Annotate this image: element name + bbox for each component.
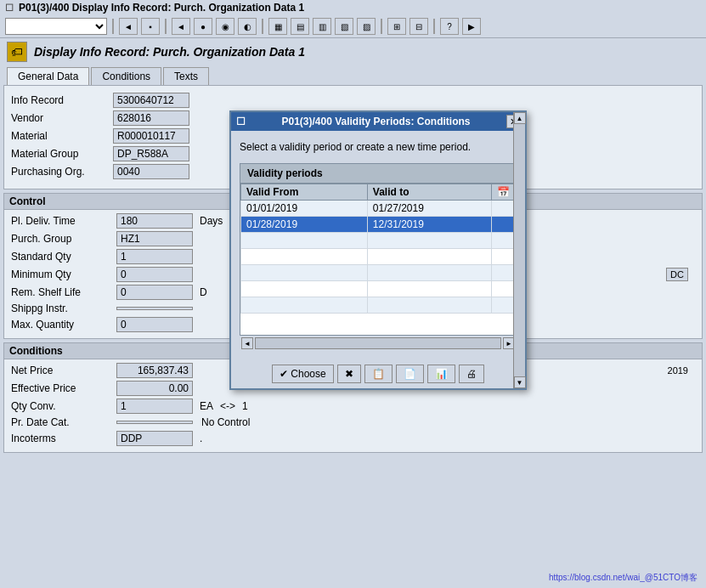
qty-conv-unit: EA: [200, 400, 213, 412]
incoterms-suffix: .: [200, 433, 202, 444]
purchasing-org-label: Purchasing Org.: [11, 166, 113, 178]
rem-shelf-life-label: Rem. Shelf Life: [11, 286, 113, 298]
vertical-scrollbar[interactable]: ▲ ▼: [513, 183, 517, 336]
col-header-calendar[interactable]: 📅: [492, 184, 516, 201]
toolbar-btn-6[interactable]: ▤: [291, 18, 309, 35]
toolbar-btn-3[interactable]: ◉: [216, 18, 234, 35]
purchasing-org-value: 0040: [113, 164, 189, 179]
material-group-value: DP_R588A: [113, 146, 189, 161]
pr-date-cat-value: [116, 421, 193, 424]
toolbar-btn-grid2[interactable]: ⊟: [409, 18, 428, 35]
toolbar-btn-last[interactable]: ▶: [462, 18, 481, 35]
table-row-empty-4: [241, 281, 516, 297]
toolbar-dropdown[interactable]: [5, 18, 107, 35]
toolbar-btn-7[interactable]: ▥: [313, 18, 331, 35]
page-wrapper: ☐ P01(3)/400 Display Info Record: Purch.…: [0, 0, 706, 588]
toolbar-separator: [112, 19, 114, 34]
table-row-empty-1: [241, 233, 516, 249]
info-record-value: 5300640712: [113, 93, 189, 108]
effective-price-label: Effective Price: [11, 382, 113, 394]
row1-action: [492, 201, 516, 217]
toolbar-btn-1[interactable]: ◄: [172, 18, 190, 35]
year-value: 2019: [668, 365, 688, 376]
rem-shelf-life-value: 0: [116, 285, 193, 300]
tab-conditions[interactable]: Conditions: [91, 67, 161, 85]
tab-texts[interactable]: Texts: [163, 67, 209, 85]
material-label: Material: [11, 130, 113, 142]
watermark: https://blog.csdn.net/wai_@51CTO博客: [549, 572, 698, 584]
title-bar-icon: ☐: [5, 3, 14, 14]
minimum-qty-label: Minimum Qty: [11, 269, 113, 280]
valid-to-2: 12/31/2019: [367, 217, 491, 233]
table-row[interactable]: 01/01/2019 01/27/2019: [241, 201, 516, 217]
print-icon: 🖨: [466, 368, 477, 380]
pl-deliv-time-label: Pl. Deliv. Time: [11, 215, 113, 227]
incoterms-label: Incoterms: [11, 433, 113, 444]
toolbar-btn-4[interactable]: ◐: [238, 18, 257, 35]
dialog-description-text: Select a validity period or create a new…: [240, 141, 471, 153]
qty-conv-label: Qty Conv.: [11, 400, 113, 412]
toolbar-btn-help[interactable]: ?: [440, 18, 459, 35]
scroll-left-btn[interactable]: ◄: [241, 337, 253, 349]
toolbar-btn-5[interactable]: ▦: [268, 18, 287, 35]
dialog-body: Select a validity period or create a new…: [231, 131, 525, 359]
toolbar-separator-5: [433, 19, 435, 34]
effective-price-value: 0.00: [116, 381, 193, 396]
toolbar-nav-forward[interactable]: ▪: [141, 18, 160, 35]
row2-action: [492, 217, 516, 233]
shippg-instr-label: Shippg Instr.: [11, 302, 113, 314]
valid-to-1: 01/27/2019: [367, 201, 491, 217]
toolbar-nav-back[interactable]: ◄: [119, 18, 138, 35]
valid-from-2: 01/28/2019: [241, 217, 368, 233]
cancel-icon: ✖: [345, 368, 353, 380]
dialog-description: Select a validity period or create a new…: [240, 139, 517, 155]
validity-periods-dialog: ☐ P01(3)/400 Validity Periods: Condition…: [229, 110, 527, 390]
title-bar: ☐ P01(3)/400 Display Info Record: Purch.…: [0, 0, 706, 15]
col-header-valid-to: Valid to: [367, 184, 491, 201]
standard-qty-label: Standard Qty: [11, 251, 113, 263]
toolbar-btn-9[interactable]: ▨: [357, 18, 376, 35]
choose-button[interactable]: ✔ Choose: [272, 365, 333, 383]
toolbar: ◄ ▪ ◄ ● ◉ ◐ ▦ ▤ ▥ ▧ ▨ ⊞ ⊟ ? ▶: [0, 15, 706, 38]
app-header-icon: 🏷: [7, 42, 27, 62]
valid-from-1: 01/01/2019: [241, 201, 368, 217]
shippg-instr-value: [116, 307, 193, 310]
purch-group-value: HZ1: [116, 231, 193, 246]
copy-button[interactable]: 📋: [364, 365, 393, 383]
max-qty-value: 0: [116, 317, 193, 332]
paste-button[interactable]: 📄: [396, 365, 424, 383]
copy-icon: 📋: [372, 368, 385, 380]
material-group-label: Material Group: [11, 148, 113, 160]
toolbar-btn-2[interactable]: ●: [194, 18, 212, 35]
app-header: 🏷 Display Info Record: Purch. Organizati…: [0, 38, 706, 65]
vendor-value: 628016: [113, 110, 189, 126]
choose-label: Choose: [291, 368, 325, 380]
qty-conv-value: 1: [116, 399, 193, 414]
pl-deliv-time-value: 180: [116, 213, 193, 229]
table-row[interactable]: 01/28/2019 12/31/2019: [241, 217, 516, 233]
pr-date-cat-label: Pr. Date Cat.: [11, 416, 113, 428]
vendor-label: Vendor: [11, 112, 113, 124]
toolbar-btn-8[interactable]: ▧: [335, 18, 353, 35]
incoterms-value: DDP: [116, 431, 193, 446]
col-header-valid-from: Valid From: [241, 184, 368, 201]
tab-bar: General Data Conditions Texts: [0, 65, 706, 85]
toolbar-btn-grid[interactable]: ⊞: [387, 18, 406, 35]
standard-qty-value: 1: [116, 249, 193, 264]
cancel-button[interactable]: ✖: [337, 365, 361, 383]
dialog-buttons-bar: ✔ Choose ✖ 📋 📄 📊 🖨: [231, 359, 525, 388]
chart-button[interactable]: 📊: [427, 365, 455, 383]
pr-date-cat-text: No Control: [201, 416, 250, 428]
toolbar-separator-2: [165, 19, 167, 34]
info-record-label: Info Record: [11, 94, 113, 106]
scroll-h-track[interactable]: [255, 337, 501, 349]
net-price-label: Net Price: [11, 365, 113, 376]
horizontal-scrollbar-container: ◄ ►: [240, 336, 517, 351]
table-row-empty-3: [241, 265, 516, 281]
table-row-empty-5: [241, 297, 516, 314]
tab-general-data[interactable]: General Data: [7, 67, 89, 85]
choose-icon: ✔: [280, 368, 288, 380]
print-button[interactable]: 🖨: [459, 365, 484, 383]
dc-button[interactable]: DC: [666, 268, 688, 281]
validity-table-container: Valid From Valid to 📅 01/01/2019 01/27/2…: [240, 183, 517, 336]
